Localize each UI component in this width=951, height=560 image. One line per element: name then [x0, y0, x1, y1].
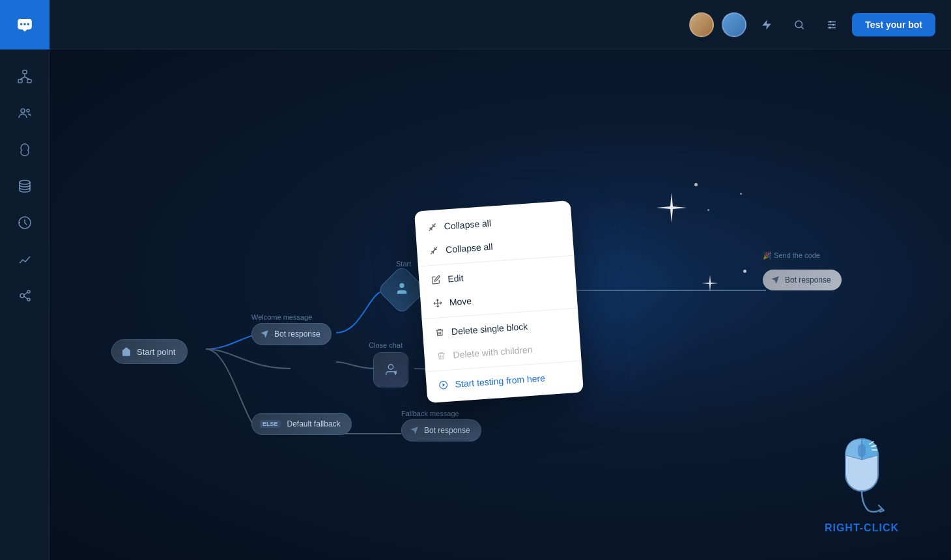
svg-line-47 — [429, 227, 433, 231]
right-click-label: RIGHT-CLICK — [825, 522, 899, 534]
svg-rect-4 — [23, 70, 27, 74]
ctx-edit-label: Edit — [447, 273, 464, 285]
dot-2 — [707, 209, 709, 211]
close-chat-node[interactable] — [373, 352, 408, 387]
svg-point-30 — [832, 23, 834, 25]
default-fallback-node[interactable]: ELSE Default fallback — [251, 413, 352, 435]
header: Test your bot — [50, 0, 951, 49]
ctx-collapse-all-2-label: Collapse all — [446, 241, 493, 255]
start-node-label: Start — [396, 260, 411, 268]
welcome-bot-response-node[interactable]: Bot response — [251, 323, 332, 345]
play-icon — [438, 380, 449, 391]
svg-line-51 — [438, 300, 438, 307]
dot-3 — [740, 193, 742, 195]
svg-line-22 — [24, 296, 27, 299]
ctx-start-testing[interactable]: Start testing from here — [426, 363, 584, 398]
svg-point-2 — [23, 23, 26, 25]
trash-icon-2 — [436, 350, 447, 361]
bot-response-1-label: Bot response — [274, 329, 320, 339]
bot-response-3-label: Bot response — [424, 426, 470, 435]
close-chat-icon — [384, 363, 398, 377]
welcome-message-label: Welcome message — [251, 313, 312, 321]
bot-response-right-node[interactable]: Bot response — [763, 270, 842, 290]
svg-point-10 — [21, 109, 25, 113]
send-icon — [260, 329, 269, 339]
sparkle-large — [655, 191, 688, 227]
send-icon-3 — [410, 426, 419, 435]
mouse-svg — [829, 432, 894, 517]
svg-rect-6 — [27, 79, 31, 83]
svg-point-24 — [795, 21, 802, 28]
else-badge: ELSE — [260, 420, 281, 428]
fallback-bot-response-node[interactable]: Bot response — [401, 419, 481, 441]
svg-point-34 — [399, 283, 404, 288]
sidebar-item-integrations[interactable] — [8, 279, 42, 313]
avatar-user-1[interactable] — [689, 12, 714, 37]
ctx-delete-single-label: Delete single block — [451, 321, 528, 337]
svg-rect-5 — [18, 79, 22, 83]
edit-icon — [431, 274, 442, 285]
ctx-move-label: Move — [449, 296, 472, 307]
svg-point-20 — [27, 298, 30, 301]
sidebar-navigation — [0, 49, 49, 313]
test-bot-button[interactable]: Test your bot — [852, 13, 935, 36]
svg-line-25 — [802, 27, 804, 29]
start-diamond-node[interactable] — [384, 272, 419, 307]
flow-canvas[interactable]: Start point Welcome message Bot response… — [50, 49, 951, 560]
collapse-icon-2 — [429, 245, 440, 256]
search-icon-btn[interactable] — [787, 12, 812, 37]
svg-point-18 — [20, 294, 24, 298]
sidebar-item-ai[interactable] — [8, 133, 42, 167]
svg-point-29 — [830, 21, 832, 23]
svg-marker-23 — [763, 20, 772, 29]
collapse-icon — [427, 221, 438, 232]
ctx-start-testing-label: Start testing from here — [455, 372, 545, 389]
svg-point-1 — [20, 23, 22, 25]
svg-line-49 — [431, 250, 435, 255]
sidebar-item-history[interactable] — [8, 206, 42, 240]
start-diamond-inner — [395, 281, 409, 298]
fallback-message-label: Fallback message — [401, 410, 459, 417]
dot-1 — [694, 183, 698, 186]
sidebar — [0, 0, 50, 560]
svg-line-8 — [20, 77, 25, 79]
sparkle-small — [701, 274, 719, 295]
ctx-delete-children-label: Delete with children — [453, 344, 533, 360]
home-icon — [121, 346, 132, 357]
close-chat-label-text: Close chat — [369, 341, 403, 349]
sidebar-item-database[interactable] — [8, 169, 42, 203]
sidebar-logo[interactable] — [0, 0, 50, 49]
dot-4 — [743, 270, 746, 273]
svg-point-3 — [27, 23, 29, 25]
context-menu: Collapse all Collapse all Edit Move — [414, 201, 584, 403]
bot-response-right-label: Bot response — [785, 275, 831, 285]
lightning-icon-btn[interactable] — [754, 12, 779, 37]
settings-icon-btn[interactable] — [819, 12, 844, 37]
person-icon — [395, 281, 409, 296]
send-code-label: 🎉 Send the code — [763, 251, 820, 260]
right-click-illustration: RIGHT-CLICK — [825, 432, 899, 534]
avatar-user-2[interactable] — [722, 12, 746, 37]
svg-point-11 — [27, 109, 29, 112]
start-point-label: Start point — [137, 347, 175, 357]
svg-point-31 — [829, 27, 831, 29]
ctx-collapse-all-1-label: Collapse all — [444, 218, 491, 232]
sidebar-item-analytics[interactable] — [8, 242, 42, 276]
sidebar-item-flows[interactable] — [8, 60, 42, 94]
send-icon-right — [771, 275, 780, 285]
move-icon — [432, 298, 443, 309]
svg-point-19 — [27, 290, 30, 293]
svg-point-16 — [20, 180, 30, 184]
start-point-node[interactable]: Start point — [111, 339, 188, 364]
svg-marker-33 — [261, 330, 268, 338]
trash-icon — [434, 327, 446, 338]
svg-marker-45 — [771, 276, 779, 284]
svg-line-21 — [24, 292, 27, 295]
default-fallback-label: Default fallback — [287, 419, 341, 428]
svg-marker-43 — [410, 427, 418, 434]
sidebar-item-contacts[interactable] — [8, 96, 42, 130]
svg-line-9 — [25, 77, 29, 79]
svg-point-37 — [388, 365, 393, 369]
